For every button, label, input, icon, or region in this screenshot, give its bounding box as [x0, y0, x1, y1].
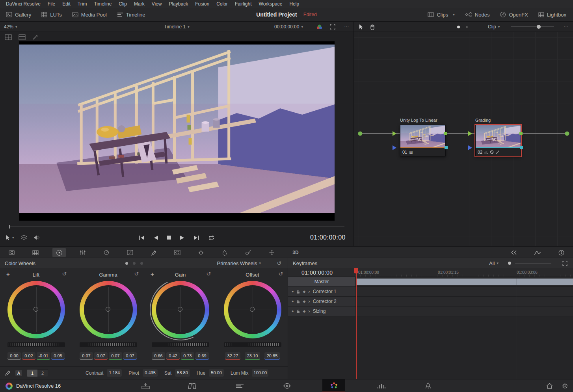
lift-wheel[interactable] — [7, 281, 65, 338]
offset-wheel[interactable] — [224, 281, 281, 338]
expand-chevron-icon[interactable]: › — [308, 290, 310, 294]
menu-item-app[interactable]: DaVinci Resolve — [2, 0, 44, 8]
menu-item-color[interactable]: Color — [213, 0, 231, 8]
gamma-value-b[interactable]: 0.07 — [123, 352, 137, 360]
play-reverse-button[interactable] — [153, 235, 158, 240]
timeline-dropdown[interactable]: Timeline 1 ▾ — [164, 24, 189, 30]
gain-picker-icon[interactable]: + — [151, 271, 154, 277]
lift-value-g[interactable]: -0.01 — [37, 352, 50, 360]
viewer-more-button[interactable]: ⋯ — [344, 22, 349, 32]
menu-item-clip[interactable]: Clip — [115, 0, 130, 8]
rgb-mixer-button[interactable] — [71, 247, 95, 258]
color-wheels-button[interactable] — [47, 247, 71, 258]
gamma-value-r[interactable]: 0.07 — [94, 352, 108, 360]
cut-page-button[interactable] — [180, 379, 203, 392]
lock-icon[interactable] — [296, 290, 300, 294]
track-label-master[interactable]: Master — [288, 277, 355, 287]
home-icon[interactable] — [546, 383, 553, 389]
lock-icon[interactable] — [296, 309, 300, 314]
video-preview[interactable] — [19, 41, 335, 221]
reset-palette-button[interactable]: ↺ — [277, 258, 281, 268]
gamma-master-slider[interactable] — [80, 342, 137, 347]
scrubber-playhead[interactable] — [9, 225, 10, 229]
select-tool-icon[interactable] — [359, 22, 363, 32]
saturation-value[interactable]: 58.80 — [175, 369, 190, 377]
node-graph[interactable]: Unity Log To Linear 01 ▦ Grading 02 — [354, 32, 573, 246]
stop-button[interactable] — [167, 235, 171, 240]
keyframes-zoom-slider[interactable] — [515, 258, 551, 268]
menu-item-trim[interactable]: Trim — [74, 0, 91, 8]
expand-icon[interactable] — [562, 258, 567, 268]
stills-grid-icon[interactable] — [5, 34, 12, 40]
offset-value-b[interactable]: 20.85 — [264, 352, 280, 360]
menu-item-workspace[interactable]: Workspace — [255, 0, 286, 8]
wand-icon[interactable] — [32, 34, 39, 40]
clips-button[interactable]: Clips ▾ — [422, 8, 460, 21]
gain-value-y[interactable]: 0.66 — [152, 352, 165, 360]
menu-item-playback[interactable]: Playback — [165, 0, 192, 8]
viewer-scrubber[interactable] — [9, 225, 344, 229]
lock-icon[interactable] — [296, 299, 300, 304]
track-label-corrector-2[interactable]: ● ◆ › Corrector 2 — [288, 297, 355, 307]
menu-item-timeline[interactable]: Timeline — [90, 0, 115, 8]
menu-item-view[interactable]: View — [148, 0, 166, 8]
fairlight-page-button[interactable] — [370, 379, 393, 392]
lum-mix-value[interactable]: 100.00 — [252, 369, 268, 377]
deliver-page-button[interactable] — [417, 379, 439, 392]
fusion-page-button[interactable] — [275, 379, 298, 392]
pan-tool-icon[interactable] — [370, 22, 375, 32]
gamma-wheel-handle[interactable] — [106, 307, 110, 312]
wheel-mode-dropdown[interactable]: Primaries Wheels ▾ — [217, 258, 261, 268]
keyframes-ruler[interactable]: 01:00:00:00 01:00:00:00 01:00:01:15 01:0… — [288, 268, 573, 277]
curves-button[interactable] — [118, 247, 142, 258]
key-button[interactable] — [236, 247, 260, 258]
expand-icon[interactable] — [330, 22, 335, 32]
camera-raw-button[interactable] — [0, 247, 24, 258]
lift-value-y[interactable]: 0.00 — [7, 352, 21, 360]
stills-list-icon[interactable] — [19, 34, 26, 40]
lightbox-button[interactable]: Lightbox — [533, 8, 571, 21]
gain-wheel-handle[interactable] — [178, 307, 182, 312]
node-unity-log-to-linear[interactable]: Unity Log To Linear 01 ▦ — [400, 118, 446, 156]
contrast-value[interactable]: 1.184 — [107, 369, 122, 377]
sizing-button[interactable] — [260, 247, 284, 258]
enable-dot-icon[interactable]: ● — [292, 290, 294, 294]
lift-value-r[interactable]: 0.02 — [22, 352, 35, 360]
color-page-button[interactable] — [322, 379, 345, 392]
edit-page-button[interactable] — [228, 379, 251, 392]
keyframe-diamond-icon[interactable]: ◆ — [303, 299, 305, 303]
menu-item-fusion[interactable]: Fusion — [192, 0, 213, 8]
expand-chevron-icon[interactable]: › — [308, 309, 310, 313]
lift-reset-button[interactable]: ↺ — [62, 271, 67, 277]
loop-button[interactable] — [208, 235, 215, 240]
node-grading[interactable]: Grading 02 — [475, 118, 521, 156]
keyframes-filter-dropdown[interactable]: All ▾ — [489, 258, 499, 268]
gamma-value-y[interactable]: 0.07 — [80, 352, 93, 360]
auto-marker-badge[interactable]: A — [15, 370, 22, 376]
info-button[interactable] — [549, 247, 573, 258]
openfx-button[interactable]: OpenFX — [495, 8, 533, 21]
nodes-button[interactable]: Nodes — [460, 8, 495, 21]
track-label-sizing[interactable]: ● ◆ › Sizing — [288, 307, 355, 316]
menu-item-mark[interactable]: Mark — [130, 0, 148, 8]
qualifier-button[interactable] — [142, 247, 166, 258]
gain-value-r[interactable]: 0.42 — [166, 352, 180, 360]
eyedropper-icon[interactable] — [5, 370, 11, 376]
hue-value[interactable]: 50.00 — [209, 369, 224, 377]
master-track-bar[interactable] — [356, 279, 573, 285]
lift-master-slider[interactable] — [7, 342, 65, 347]
lift-value-b[interactable]: 0.05 — [51, 352, 65, 360]
play-button[interactable] — [180, 235, 185, 240]
track-area-master[interactable] — [355, 277, 573, 287]
gain-master-slider[interactable] — [152, 342, 209, 347]
scopes-button[interactable] — [526, 247, 549, 258]
menu-item-edit[interactable]: Edit — [59, 0, 74, 8]
tab-2[interactable]: 2 — [37, 370, 48, 377]
lift-picker-icon[interactable]: + — [6, 271, 10, 277]
track-area-sizing[interactable] — [355, 307, 573, 316]
node-more-button[interactable]: ⋯ — [564, 22, 568, 32]
node-zoom-slider-thumb[interactable] — [537, 25, 541, 29]
split-screen-button[interactable] — [502, 247, 526, 258]
gain-value-g[interactable]: 0.73 — [181, 352, 194, 360]
color-viewer-icon[interactable] — [316, 22, 323, 32]
